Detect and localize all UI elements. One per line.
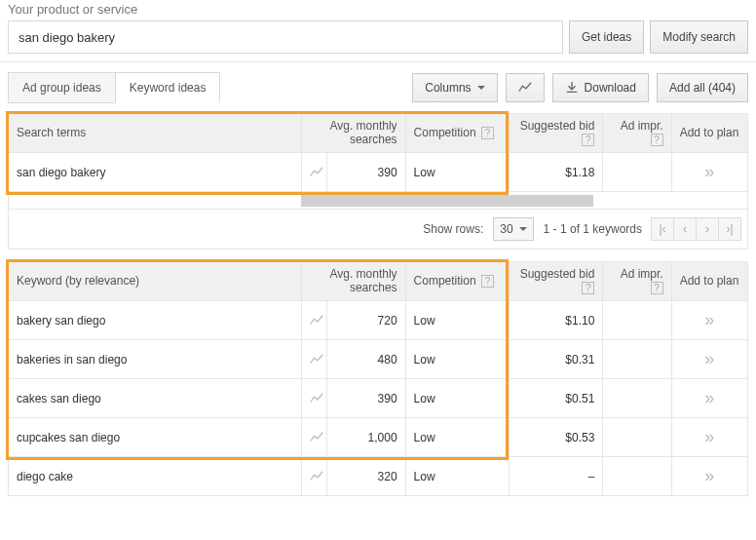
horizontal-scrollbar[interactable] bbox=[8, 192, 748, 210]
pager-last-button[interactable]: ›| bbox=[718, 217, 741, 241]
rows-per-page-select[interactable]: 30 bbox=[493, 217, 533, 241]
chevron-right-icon: » bbox=[704, 388, 714, 407]
trend-cell[interactable] bbox=[302, 301, 327, 340]
col-avg-monthly[interactable]: Avg. monthly searches bbox=[302, 114, 405, 153]
chart-icon bbox=[310, 392, 323, 405]
searches-cell: 320 bbox=[327, 457, 405, 496]
col-add-to-plan: Add to plan bbox=[671, 114, 747, 153]
add-to-plan-cell[interactable]: » bbox=[671, 340, 747, 379]
add-to-plan-cell[interactable]: » bbox=[671, 457, 747, 496]
tab-keyword-ideas[interactable]: Keyword ideas bbox=[115, 72, 221, 103]
col-suggested-bid[interactable]: Suggested bid ? bbox=[510, 114, 603, 153]
col-competition[interactable]: Competition ? bbox=[405, 114, 509, 153]
show-rows-label: Show rows: bbox=[423, 222, 483, 236]
impr-cell bbox=[603, 340, 671, 379]
download-label: Download bbox=[585, 81, 636, 95]
help-icon[interactable]: ? bbox=[582, 134, 594, 146]
searches-cell: 390 bbox=[327, 153, 405, 192]
competition-cell: Low bbox=[405, 340, 509, 379]
bid-cell: $0.31 bbox=[510, 340, 603, 379]
col-ad-impr[interactable]: Ad impr. ? bbox=[603, 262, 671, 301]
ideas-tabs: Ad group ideas Keyword ideas bbox=[8, 72, 219, 103]
add-to-plan-cell[interactable]: » bbox=[671, 418, 747, 457]
trend-cell[interactable] bbox=[302, 379, 327, 418]
impr-cell bbox=[603, 418, 671, 457]
add-all-button[interactable]: Add all (404) bbox=[657, 73, 748, 102]
trend-cell[interactable] bbox=[302, 340, 327, 379]
bid-cell: $1.10 bbox=[510, 301, 603, 340]
scrollbar-thumb[interactable] bbox=[301, 195, 593, 207]
table-header-row: Keyword (by relevance) Avg. monthly sear… bbox=[9, 262, 748, 301]
download-icon bbox=[565, 81, 579, 95]
pager-prev-button[interactable]: ‹ bbox=[673, 217, 697, 241]
help-icon[interactable]: ? bbox=[481, 275, 494, 288]
help-icon[interactable]: ? bbox=[651, 282, 663, 294]
chart-icon bbox=[310, 470, 323, 483]
searches-cell: 1,000 bbox=[327, 418, 405, 457]
col-ad-impr[interactable]: Ad impr. ? bbox=[603, 114, 671, 153]
competition-cell: Low bbox=[405, 418, 509, 457]
impr-cell bbox=[603, 379, 671, 418]
chart-icon bbox=[518, 81, 532, 95]
tab-adgroup-ideas[interactable]: Ad group ideas bbox=[8, 72, 116, 103]
col-competition[interactable]: Competition ? bbox=[405, 262, 509, 301]
chevron-right-icon: » bbox=[704, 310, 714, 329]
competition-cell: Low bbox=[405, 379, 509, 418]
chevron-right-icon: » bbox=[704, 466, 714, 485]
col-suggested-bid[interactable]: Suggested bid ? bbox=[510, 262, 603, 301]
columns-label: Columns bbox=[425, 81, 471, 95]
competition-cell: Low bbox=[405, 457, 509, 496]
pager-first-button[interactable]: |‹ bbox=[651, 217, 674, 241]
chart-icon bbox=[310, 166, 323, 179]
keyword-cell[interactable]: cakes san diego bbox=[9, 379, 302, 418]
table-row: diego cake320Low–» bbox=[9, 457, 748, 496]
chevron-right-icon: » bbox=[704, 162, 714, 181]
help-icon[interactable]: ? bbox=[651, 134, 663, 146]
get-ideas-button[interactable]: Get ideas bbox=[569, 20, 644, 54]
caret-down-icon bbox=[477, 86, 485, 94]
add-to-plan-cell[interactable]: » bbox=[671, 379, 747, 418]
chevron-right-icon: » bbox=[704, 349, 714, 368]
columns-button[interactable]: Columns bbox=[412, 73, 497, 102]
pager-summary: 1 - 1 of 1 keywords bbox=[544, 222, 642, 236]
help-icon[interactable]: ? bbox=[481, 127, 494, 139]
competition-cell: Low bbox=[405, 153, 509, 192]
table-row: san diego bakery 390 Low $1.18 » bbox=[9, 153, 748, 192]
searches-cell: 480 bbox=[327, 340, 405, 379]
keyword-cell[interactable]: bakery san diego bbox=[9, 301, 302, 340]
keyword-cell[interactable]: bakeries in san diego bbox=[9, 340, 302, 379]
product-service-input[interactable] bbox=[8, 20, 563, 54]
field-label: Your product or service bbox=[8, 2, 756, 17]
col-search-terms[interactable]: Search terms bbox=[9, 114, 302, 153]
caret-down-icon bbox=[519, 227, 527, 235]
table-header-row: Search terms Avg. monthly searches Compe… bbox=[9, 114, 748, 153]
bid-cell: $1.18 bbox=[510, 153, 603, 192]
col-keyword-by-relevance[interactable]: Keyword (by relevance) bbox=[9, 262, 302, 301]
pagination-bar: Show rows: 30 1 - 1 of 1 keywords |‹ ‹ ›… bbox=[8, 210, 748, 250]
chevron-right-icon: » bbox=[704, 427, 714, 446]
searches-cell: 390 bbox=[327, 379, 405, 418]
trend-cell[interactable] bbox=[302, 153, 327, 192]
modify-search-button[interactable]: Modify search bbox=[650, 20, 748, 54]
keyword-cell[interactable]: san diego bakery bbox=[9, 153, 302, 192]
keyword-cell[interactable]: cupcakes san diego bbox=[9, 418, 302, 457]
col-avg-monthly[interactable]: Avg. monthly searches bbox=[302, 262, 405, 301]
chart-icon bbox=[310, 353, 323, 366]
download-button[interactable]: Download bbox=[552, 73, 649, 102]
bid-cell: $0.53 bbox=[510, 418, 603, 457]
keyword-cell[interactable]: diego cake bbox=[9, 457, 302, 496]
col-add-to-plan: Add to plan bbox=[671, 262, 747, 301]
trend-cell[interactable] bbox=[302, 457, 327, 496]
chart-icon bbox=[310, 431, 323, 444]
impr-cell bbox=[603, 153, 671, 192]
table-row: cupcakes san diego1,000Low$0.53» bbox=[9, 418, 748, 457]
add-to-plan-cell[interactable]: » bbox=[671, 153, 747, 192]
competition-cell: Low bbox=[405, 301, 509, 340]
trend-cell[interactable] bbox=[302, 418, 327, 457]
searches-cell: 720 bbox=[327, 301, 405, 340]
add-to-plan-cell[interactable]: » bbox=[671, 301, 747, 340]
pager-next-button[interactable]: › bbox=[696, 217, 719, 241]
impr-cell bbox=[603, 301, 671, 340]
help-icon[interactable]: ? bbox=[582, 282, 594, 294]
chart-toggle-button[interactable] bbox=[506, 73, 545, 102]
